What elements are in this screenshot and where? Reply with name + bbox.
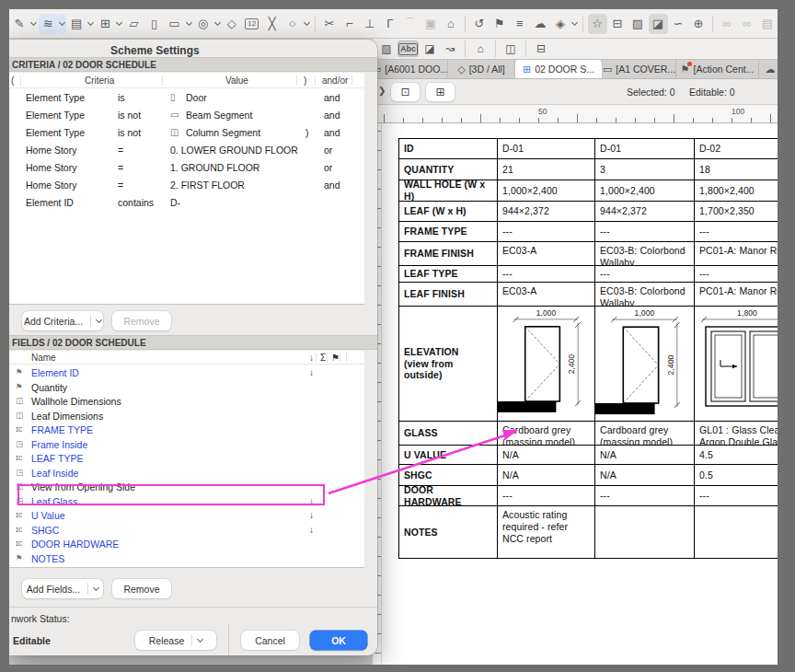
- field-row-leaf-inside[interactable]: ◳Leaf Inside: [9, 467, 364, 481]
- favorites-star-icon[interactable]: ☆: [588, 14, 607, 34]
- scissors-icon[interactable]: ✂: [319, 14, 339, 34]
- chevron-down-icon[interactable]: [213, 14, 222, 34]
- chevron-down-icon[interactable]: [303, 14, 311, 34]
- criteria-name: Home Story: [26, 162, 76, 173]
- field-row-frame-type[interactable]: ɪᴄFRAME TYPE: [9, 423, 364, 438]
- dimension-tool-icon[interactable]: 12: [242, 14, 261, 34]
- table-cell: ---: [498, 222, 595, 241]
- figure-tool-icon[interactable]: ▣: [421, 14, 440, 34]
- link-icon[interactable]: ∞: [718, 14, 737, 34]
- level-tool-icon[interactable]: ⊥: [360, 14, 379, 34]
- panel-icon[interactable]: ▤: [758, 14, 778, 34]
- table-cell: 18: [695, 159, 778, 180]
- criteria-row[interactable]: Home Story=0. LOWER GROUND FLOORor: [9, 142, 364, 159]
- criteria-row[interactable]: Element Typeis▯Doorand: [9, 89, 364, 107]
- field-row-shgc[interactable]: ɪᴄSHGC↓: [9, 524, 364, 539]
- tab--action-cent-[interactable]: ⚑[Action Cent...: [676, 60, 759, 78]
- table-row: FRAME TYPE---------: [399, 222, 778, 242]
- criteria-column-headers: (CriteriaValue)and/or: [9, 73, 364, 88]
- layout-plus-icon[interactable]: ⊟: [532, 41, 550, 57]
- tab-02-door-s-[interactable]: ⊞02 DOOR S...: [515, 60, 603, 78]
- criteria-row[interactable]: Element Typeis not▭Beam Segmentand: [9, 107, 364, 124]
- criteria-list[interactable]: (CriteriaValue)and/orElement Typeis▯Door…: [9, 73, 364, 305]
- field-row-notes[interactable]: ⚑NOTES: [9, 552, 364, 567]
- criteria-row[interactable]: Home Story=2. FIRST FLOORand: [9, 177, 364, 194]
- cancel-button[interactable]: Cancel: [241, 631, 299, 650]
- chevron-down-icon[interactable]: [570, 14, 579, 34]
- field-row-wallhole-dimensions[interactable]: ◫Wallhole Dimensions: [9, 395, 364, 410]
- add-criteria-button[interactable]: Add Criteria...: [22, 311, 103, 330]
- rotate-tool-icon[interactable]: ↺: [469, 14, 489, 34]
- grid-tool-icon[interactable]: ⊞: [96, 14, 115, 34]
- figure-frame-icon[interactable]: ◪: [421, 41, 439, 57]
- trim-tool-icon[interactable]: ⌐: [340, 14, 359, 34]
- table-cell: [695, 506, 778, 558]
- home-icon[interactable]: ⌂: [471, 41, 490, 57]
- paintbrush-icon[interactable]: ▨: [628, 14, 648, 34]
- release-button[interactable]: Release: [135, 631, 216, 650]
- add-fields-button[interactable]: Add Fields...: [22, 579, 103, 598]
- copy-settings-icon[interactable]: ⊟: [608, 14, 628, 34]
- section-marker-icon[interactable]: ◫: [501, 41, 520, 57]
- publish-icon[interactable]: ⊕: [689, 14, 709, 34]
- schedule-canvas[interactable]: IDD-01D-01D-02QUANTITY21318WALL HOLE (W …: [373, 123, 778, 665]
- fields-list[interactable]: Name↓Σ⚑⚑Element ID↓⚑Quantity◫Wallhole Di…: [9, 351, 364, 568]
- favorites-diamond-icon[interactable]: ◈: [550, 14, 570, 34]
- spline-tool-icon[interactable]: ↝: [441, 41, 459, 57]
- field-row-leaf-type[interactable]: ɪᴄLEAF TYPE: [9, 452, 364, 467]
- slab-tool-icon[interactable]: ▱: [124, 14, 144, 34]
- paperclip-icon[interactable]: ∽: [669, 14, 688, 34]
- svg-text:2,400: 2,400: [567, 353, 576, 374]
- link-all-icon[interactable]: ∞: [738, 14, 757, 34]
- chevron-down-icon[interactable]: [58, 14, 66, 34]
- table-row: IDD-01D-01D-02: [399, 139, 778, 159]
- object-tool-icon[interactable]: ▭: [165, 14, 184, 34]
- tab-partial[interactable]: ☁: [759, 60, 778, 78]
- field-row-leaf-dimensions[interactable]: ◫Leaf Dimensions: [9, 410, 364, 424]
- remove-fields-button[interactable]: Remove: [112, 579, 171, 598]
- select-editable-button[interactable]: ⊞: [426, 83, 455, 101]
- field-row-door-hardware[interactable]: ɪᴄDOOR HARDWARE: [9, 538, 364, 552]
- fillet-tool-icon[interactable]: ⌒: [400, 14, 420, 34]
- label-tool-icon[interactable]: ▤: [67, 14, 86, 34]
- circle-tool-icon[interactable]: ○: [282, 14, 302, 34]
- field-row-frame-inside[interactable]: ◳Frame Inside: [9, 438, 364, 453]
- home-story-icon[interactable]: ⌂: [441, 14, 460, 34]
- criteria-row[interactable]: Home Story=1. GROUND FLOORor: [9, 159, 364, 177]
- field-row-leaf-glass[interactable]: ◳Leaf Glass↓: [9, 495, 364, 510]
- field-row-view-from-opening-side[interactable]: ◫View from Opening Side: [9, 481, 364, 495]
- marquee-tool-icon[interactable]: ╳: [262, 14, 282, 34]
- criteria-value: D-: [170, 197, 180, 208]
- stair-tool-icon[interactable]: ◇: [222, 14, 241, 34]
- criteria-row[interactable]: Element IDcontainsD-: [9, 194, 364, 212]
- remove-criteria-button[interactable]: Remove: [112, 311, 171, 330]
- cloud-sync-icon[interactable]: ☁: [530, 14, 549, 34]
- chevron-down-icon[interactable]: [29, 14, 38, 34]
- chevron-down-icon[interactable]: [86, 14, 95, 34]
- criteria-row[interactable]: Element Typeis not◫Column Segment)and: [9, 124, 364, 142]
- pane-expand-chevron[interactable]: ❯: [378, 86, 386, 96]
- field-row-u-value[interactable]: ɪᴄU Value↓: [9, 509, 364, 524]
- tab--3d-all-[interactable]: ◇[3D / All]: [448, 60, 515, 78]
- tab--a6001-doo-[interactable]: ▭[A6001 DOO...: [373, 60, 448, 78]
- chevron-down-icon[interactable]: [185, 14, 193, 34]
- list-panel-icon[interactable]: ≡: [510, 14, 529, 34]
- door-tool-icon[interactable]: ▯: [144, 14, 164, 34]
- select-elements-button[interactable]: ⊡: [391, 83, 420, 101]
- text-tool-icon[interactable]: Abc: [398, 41, 419, 57]
- ok-button[interactable]: OK: [310, 631, 367, 650]
- dashed-line-tool-icon[interactable]: ≋: [39, 14, 58, 34]
- corner-tool-icon[interactable]: Γ: [380, 14, 399, 34]
- flag-tool-icon[interactable]: ⚑: [490, 14, 509, 34]
- opening-tool-icon[interactable]: ◎: [193, 14, 213, 34]
- chevron-down-icon[interactable]: [115, 14, 123, 34]
- door-icon: ▯: [170, 92, 176, 102]
- tab--a1-cover-[interactable]: ▭[A1 COVER...: [603, 60, 676, 78]
- criteria-name: Element Type: [26, 127, 85, 138]
- field-row-quantity[interactable]: ⚑Quantity: [9, 381, 364, 396]
- fill-display-icon[interactable]: ▨: [377, 41, 396, 57]
- field-row-element-id[interactable]: ⚑Element ID↓: [9, 366, 364, 381]
- criteria-name: Home Story: [26, 180, 76, 191]
- pickup-parameters-icon[interactable]: ◪: [649, 14, 668, 34]
- pen-tool-icon[interactable]: ✎: [10, 14, 29, 34]
